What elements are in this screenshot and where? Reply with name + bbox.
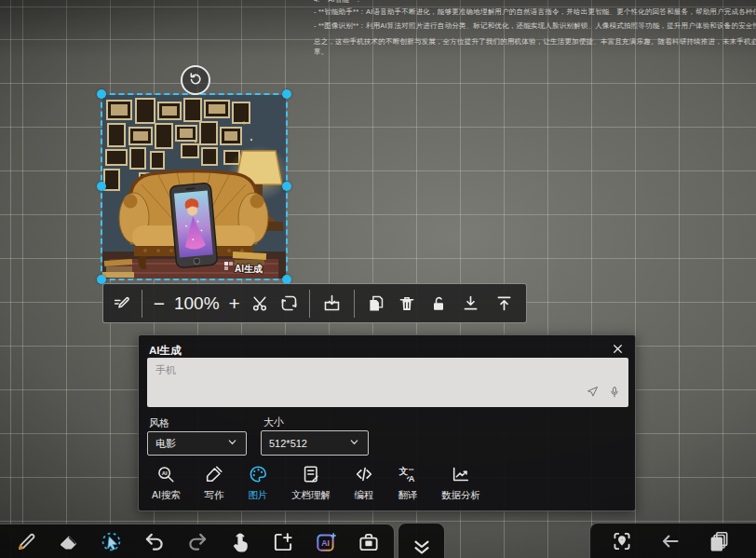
toolbar-divider	[142, 290, 142, 318]
send-icon[interactable]	[586, 385, 600, 402]
microphone-icon[interactable]	[608, 386, 621, 402]
ai-search-icon: AI	[155, 464, 176, 484]
annotate-button[interactable]	[109, 284, 136, 322]
style-label: 风格	[149, 416, 169, 430]
panel-title: AI生成	[149, 344, 182, 358]
svg-text:A: A	[409, 474, 415, 483]
whiteboard-canvas[interactable]: 4. **AI智能**： - **智能助手**：AI语音助手不断进化，能够更准确…	[0, 0, 756, 558]
trash-icon	[398, 294, 416, 313]
document-line: 章。	[314, 48, 328, 56]
rotate-ccw-icon	[188, 71, 203, 89]
tab-document-understanding[interactable]: 文档理解	[291, 464, 331, 502]
pen-icon	[14, 530, 38, 558]
tab-programming[interactable]: 编程	[354, 464, 374, 502]
select-tool-button[interactable]: 选择	[90, 530, 133, 558]
undo-button[interactable]: 撤销	[133, 530, 176, 558]
bring-to-front-button[interactable]	[488, 284, 520, 322]
copy-button[interactable]	[360, 284, 392, 322]
tab-writing[interactable]: 写作	[204, 464, 224, 502]
ai-icon: AI	[314, 530, 338, 558]
palette-icon	[248, 464, 268, 484]
redo-icon	[185, 530, 209, 558]
prompt-input[interactable]: 手机	[147, 358, 628, 407]
unlock-icon	[429, 294, 448, 313]
scissors-icon	[250, 294, 269, 313]
pages-icon	[707, 529, 731, 557]
size-value: 512*512	[269, 438, 307, 449]
ai-generate-panel: AI生成 手机 风格 大小 电影	[138, 334, 636, 511]
style-dropdown[interactable]: 电影	[147, 431, 247, 456]
next-page-button[interactable]: 下一页	[743, 529, 756, 558]
widgets-button[interactable]: 小工具	[347, 530, 390, 558]
arrow-up-from-line-icon	[494, 293, 514, 313]
rotate-handle[interactable]	[181, 65, 210, 95]
toolbar-divider	[309, 290, 310, 318]
code-icon	[354, 464, 374, 484]
tab-label: 数据分析	[441, 489, 480, 502]
close-button[interactable]	[612, 342, 624, 359]
lock-toggle-button[interactable]	[423, 284, 454, 322]
selection-handle-nw[interactable]	[97, 89, 106, 99]
copy-pages-icon	[366, 293, 385, 313]
chevron-down-icon	[226, 435, 238, 452]
translate-icon: 文 A	[398, 464, 418, 484]
arrow-left-icon	[658, 529, 682, 557]
image-toolbar: − 100% +	[102, 283, 527, 323]
touch-point-button[interactable]: 单点	[219, 530, 262, 558]
document-line: 总之，这些手机技术的不断创新与发展，全方位提升了我们的用机体验，让生活更加便捷、…	[314, 37, 756, 46]
svg-text:AI: AI	[321, 538, 330, 548]
chevron-down-icon	[348, 435, 360, 452]
tab-ai-search[interactable]: AI AI搜索	[152, 464, 181, 502]
double-chevron-down-icon	[410, 535, 434, 558]
ai-assistant-button[interactable]: AI AI	[304, 530, 347, 558]
redo-button[interactable]: 重做	[176, 530, 219, 558]
selection-handle-w[interactable]	[97, 182, 106, 191]
tab-label: 编程	[354, 489, 373, 502]
document-line: - **智能助手**：AI语音助手不断进化，能够更准确地理解用户的自然语言指令，…	[314, 7, 756, 16]
tab-image[interactable]: 图片	[248, 464, 268, 502]
document-icon	[301, 464, 321, 484]
tab-label: 图片	[248, 489, 267, 502]
ai-tab-bar: AI AI搜索 写作	[152, 464, 480, 502]
arrow-down-to-line-icon	[461, 293, 480, 313]
zoom-level: 100%	[170, 293, 223, 314]
toolbox-icon	[357, 530, 381, 558]
zoom-in-button[interactable]: +	[223, 293, 246, 315]
delete-button[interactable]	[391, 284, 423, 322]
svg-text:AI: AI	[162, 470, 168, 476]
size-dropdown[interactable]: 512*512	[261, 430, 369, 456]
cut-button[interactable]	[246, 284, 274, 322]
close-icon	[612, 342, 624, 358]
tab-label: 文档理解	[291, 489, 331, 502]
selection-border	[101, 93, 288, 280]
tab-label: 写作	[204, 489, 223, 502]
selection-handle-e[interactable]	[282, 182, 291, 191]
document-line: 4. **AI智能**：	[314, 0, 362, 4]
select-cursor-icon	[100, 530, 124, 558]
navigate-button[interactable]: 导航	[598, 529, 646, 558]
selection-handle-ne[interactable]	[282, 89, 291, 99]
toolbar-divider	[354, 290, 355, 318]
previous-page-button[interactable]: 上一页	[646, 529, 695, 558]
annotate-pen-icon	[113, 293, 132, 313]
tab-data-analysis[interactable]: 数据分析	[441, 464, 480, 502]
pen-nib-icon	[204, 464, 224, 484]
selected-image[interactable]: AI生成	[101, 93, 288, 280]
eraser-tool-button[interactable]: 板擦	[47, 530, 90, 558]
tab-translate[interactable]: 文 A 翻译	[398, 464, 418, 502]
eraser-icon	[57, 530, 81, 558]
pen-tool-button[interactable]: 书写	[5, 530, 47, 558]
collapse-toolbar-button[interactable]	[398, 523, 445, 558]
style-value: 电影	[155, 437, 176, 451]
zoom-out-button[interactable]: −	[148, 293, 170, 315]
insert-button[interactable]: 插入	[262, 530, 304, 558]
send-to-back-button[interactable]	[453, 284, 488, 322]
crop-rotate-button[interactable]	[274, 284, 304, 322]
import-box-icon	[322, 293, 342, 313]
page-indicator-button[interactable]: 1/1	[695, 529, 743, 558]
save-to-file-button[interactable]	[316, 284, 348, 322]
tab-label: AI搜索	[152, 489, 181, 502]
insert-icon	[271, 530, 295, 558]
main-toolbar: 书写 板擦 选择	[0, 524, 395, 558]
navigation-toolbar: 导航 上一页 1/1	[589, 523, 756, 558]
